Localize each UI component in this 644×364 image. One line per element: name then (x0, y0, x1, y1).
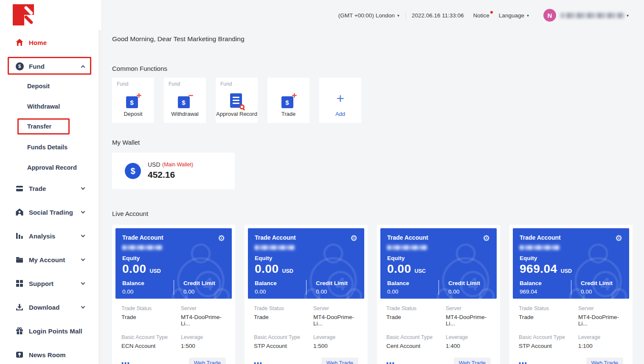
gear-icon[interactable]: ⚙ (615, 234, 622, 242)
analysis-icon (15, 232, 24, 240)
common-functions-title: Common Functions (112, 65, 167, 72)
chevron-down-icon[interactable]: ▾ (627, 13, 629, 18)
approval-record-icon (230, 93, 244, 109)
account-type-value: ECN Account (121, 343, 181, 349)
trade-status-value: Trade (386, 314, 446, 320)
sidebar-item-funds-details[interactable]: Funds Details (27, 142, 67, 153)
credit-value: 0.00 (448, 288, 490, 295)
chevron-down-icon (81, 233, 85, 238)
equity-value: 0.00 (255, 262, 279, 276)
web-trade-button[interactable]: Web Trade (586, 358, 623, 364)
news-room-icon (15, 350, 24, 359)
credit-value: 0.00 (581, 288, 622, 295)
common-function-approval-record[interactable]: Fund Approval Record (216, 78, 258, 123)
greeting-text: Good Morning, Dear Test Marketing Brandi… (112, 35, 245, 43)
avatar[interactable]: N (543, 9, 556, 22)
folder-icon (15, 255, 24, 264)
add-function-card[interactable]: + Add (319, 78, 361, 123)
sidebar-item-news-room[interactable]: News Room (15, 349, 84, 361)
notification-dot (490, 11, 493, 14)
trade-account-card: 4 Trade Account ⚙ Equity 0.00 USD Balanc… (245, 225, 368, 364)
account-summary: 4 Trade Account ⚙ Equity 0.00 USD Balanc… (115, 228, 232, 299)
gear-icon[interactable]: ⚙ (218, 234, 225, 242)
server-value: MT4-DooPrime-Li... (578, 314, 623, 327)
sidebar-item-login-points-mall[interactable]: Login Points Mall (15, 325, 84, 337)
balance-value: 0.00 (387, 288, 439, 295)
wallet-card[interactable]: $ USD (Main Wallet) 452.16 (112, 153, 235, 189)
credit-value: 0.00 (316, 288, 357, 295)
sidebar-item-withdrawal[interactable]: Withdrawal (27, 101, 60, 112)
download-icon (15, 303, 24, 311)
more-icon[interactable]: ••• (386, 360, 395, 364)
sidebar-scrollbar[interactable] (98, 30, 101, 364)
live-account-cards: 4 Trade Account ⚙ Equity 0.00 USD Balanc… (112, 225, 633, 364)
sidebar-item-label: Home (29, 39, 47, 46)
equity-currency: USD (282, 268, 293, 274)
datetime: 2022.06.16 11:33:06 (412, 12, 464, 19)
common-function-withdrawal[interactable]: Fund $− Withdrawal (164, 78, 206, 123)
chevron-up-icon (81, 65, 85, 69)
sidebar-item-analysis[interactable]: Analysis (15, 230, 84, 242)
sidebar-item-deposit[interactable]: Deposit (27, 81, 50, 92)
timezone-selector[interactable]: (GMT +00:00) London ▾ (338, 12, 399, 19)
more-icon[interactable]: ••• (519, 360, 528, 364)
sidebar-item-social-trading[interactable]: Social Trading (15, 206, 84, 218)
sidebar-item-transfer[interactable]: Transfer (27, 121, 51, 132)
trade-account-card: 4 Trade Account ⚙ Equity 0.00 USD Balanc… (112, 225, 235, 364)
chevron-down-icon (81, 281, 85, 285)
gear-icon[interactable]: ⚙ (483, 234, 490, 242)
add-icon: + (336, 90, 344, 106)
account-type-value: STP Account (254, 343, 313, 349)
common-function-trade[interactable]: $+ Trade (267, 78, 309, 123)
sidebar-item-label: Fund (29, 63, 45, 70)
sidebar-item-my-account[interactable]: My Account (15, 254, 84, 266)
social-trading-icon (15, 208, 24, 216)
sidebar-item-trade[interactable]: Trade (15, 182, 84, 194)
trade-status-value: Trade (121, 314, 181, 320)
web-trade-button[interactable]: Web Trade (454, 358, 491, 364)
wallet-currency: USD (148, 161, 160, 168)
trade-status-value: Trade (254, 314, 313, 320)
gear-icon[interactable]: ⚙ (350, 234, 357, 242)
equity-value: 969.04 (520, 262, 557, 276)
sidebar-item-download[interactable]: Download (15, 301, 84, 313)
chevron-down-icon: ▾ (397, 13, 399, 18)
sidebar-item-support[interactable]: Support (15, 277, 84, 289)
balance-value: 0.00 (122, 288, 174, 295)
web-trade-button[interactable]: Web Trade (189, 358, 226, 364)
sidebar-item-approval-record[interactable]: Approval Record (27, 162, 77, 173)
notice-link[interactable]: Notice (473, 12, 489, 19)
trade-account-card: 4 Trade Account ⚙ Equity 0.00 USC Balanc… (377, 225, 500, 364)
leverage-value: 1:400 (446, 343, 491, 349)
account-number-redacted (520, 245, 560, 250)
web-trade-button[interactable]: Web Trade (321, 358, 358, 364)
top-bar: (GMT +00:00) London ▾ 2022.06.16 11:33:0… (102, 0, 644, 31)
account-type-value: STP Account (519, 343, 578, 349)
credit-value: 0.00 (183, 288, 225, 295)
equity-currency: USC (415, 268, 426, 274)
my-wallet-title: My Wallet (112, 139, 140, 146)
balance-value: 969.04 (520, 288, 571, 295)
equity-currency: USD (150, 268, 161, 274)
sidebar-item-fund[interactable]: $ Fund (15, 60, 84, 72)
account-number-redacted (255, 245, 295, 250)
more-icon[interactable]: ••• (254, 360, 263, 364)
chevron-down-icon (81, 186, 85, 190)
account-summary: 4 Trade Account ⚙ Equity 969.04 USD Bala… (513, 228, 629, 299)
account-number-redacted (387, 245, 427, 250)
account-type-value: Cent Account (386, 343, 446, 349)
wallet-icon (15, 184, 24, 193)
account-number-redacted (122, 245, 163, 250)
more-icon[interactable]: ••• (121, 360, 130, 364)
common-functions-cards: Fund $+ Deposit Fund $− Withdrawal Fund … (112, 78, 361, 123)
chevron-down-icon (81, 257, 85, 261)
language-selector[interactable]: Language ▾ (499, 12, 529, 19)
server-value: MT4-DooPrime-Li... (313, 314, 358, 327)
grid-icon (15, 279, 24, 288)
doo-prime-logo-icon[interactable] (13, 4, 34, 25)
gift-icon (15, 327, 24, 335)
server-value: MT4-DooPrime-Li... (181, 314, 226, 327)
deposit-icon: $+ (126, 93, 141, 109)
common-function-deposit[interactable]: Fund $+ Deposit (112, 78, 154, 123)
sidebar-item-home[interactable]: Home (15, 36, 84, 48)
